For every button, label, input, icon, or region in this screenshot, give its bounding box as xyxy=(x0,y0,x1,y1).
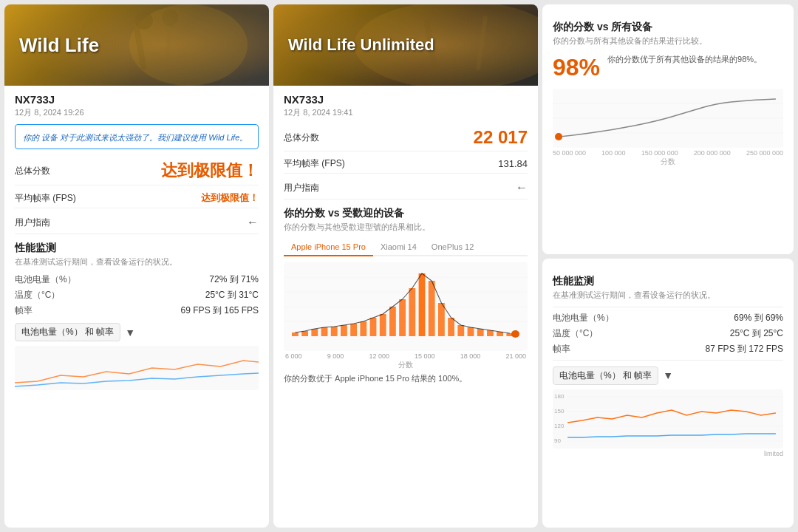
panel3-line-chart xyxy=(553,89,783,148)
panel3-fps-range-row: 帧率 87 FPS 到 172 FPS xyxy=(553,343,783,355)
panel1-fps-label: 平均帧率 (FPS) xyxy=(15,192,76,205)
panel1-dropdown-row[interactable]: 电池电量（%） 和 帧率 ▼ xyxy=(15,323,259,341)
svg-rect-16 xyxy=(331,327,338,336)
panel-wild-life: Wild Life NX733J 12月 8, 2024 19:26 你的 设备… xyxy=(4,4,269,528)
svg-point-39 xyxy=(555,133,562,140)
panel1-fps-row: 平均帧率 (FPS) 达到极限值！ xyxy=(15,188,259,208)
x-250m: 250 000 000 xyxy=(746,149,783,157)
panel2-chart xyxy=(284,262,528,351)
svg-rect-32 xyxy=(487,330,494,336)
panel1-fps-range-row: 帧率 69 FPS 到 165 FPS xyxy=(15,304,259,317)
panel1-perf-title: 性能监测 xyxy=(15,242,259,255)
perf-monitor-card: 性能监测 在基准测试运行期间，查看设备运行的状况。 电池电量（%） 69% 到 … xyxy=(542,259,794,528)
panel2-vs-title: 你的分数 vs 受歡迎的设备 xyxy=(284,207,528,220)
panel1-temp-label: 温度（°C） xyxy=(15,289,60,301)
panel2-total-score-row: 总体分数 22 017 xyxy=(284,124,528,151)
panel1-total-score-label: 总体分数 xyxy=(15,165,50,177)
xlabel-12000: 12 000 xyxy=(369,352,389,360)
svg-rect-25 xyxy=(419,273,426,336)
x-100k: 100 000 xyxy=(601,149,626,157)
panel3-temp-value: 25°C 到 25°C xyxy=(730,327,783,340)
panel3-dropdown-label[interactable]: 电池电量（%） 和 帧率 xyxy=(553,366,658,385)
panel3-fps-range-label: 帧率 xyxy=(553,343,570,355)
panel1-battery-row: 电池电量（%） 72% 到 71% xyxy=(15,273,259,286)
panel1-temp-row: 温度（°C） 25°C 到 31°C xyxy=(15,289,259,301)
panel2-body: NX733J 12月 8, 2024 19:41 总体分数 22 017 平均帧… xyxy=(273,86,538,528)
panel1-info-text: 你的 设备 对于此测试来说太强劲了。我们建议使用 Wild Life。 xyxy=(23,133,248,142)
panel2-fps-row: 平均帧率 (FPS) 131.84 xyxy=(284,154,528,174)
right-panel: 你的分数 vs 所有设备 你的分数与所有其他设备的结果进行比较。 98% 你的分… xyxy=(542,4,794,528)
panel3-battery-value: 69% 到 69% xyxy=(734,312,783,324)
panel3-x-labels: 50 000 000 100 000 150 000 000 200 000 0… xyxy=(553,149,783,157)
panel1-device-name: NX733J xyxy=(15,93,259,106)
panel1-guide-row: 用户指南 ← xyxy=(15,211,259,234)
svg-rect-30 xyxy=(468,327,474,336)
panel1-total-score-row: 总体分数 达到极限值！ xyxy=(15,157,259,185)
panel3-temp-row: 温度（°C） 25°C 到 25°C xyxy=(553,327,783,340)
panel1-device-date: 12月 8, 2024 19:26 xyxy=(15,107,259,118)
svg-rect-12 xyxy=(292,332,299,336)
panel1-hero: Wild Life xyxy=(4,4,269,86)
panel2-vs-sub: 你的分数与其他受歡迎型號的结果相比。 xyxy=(284,222,528,233)
svg-point-4 xyxy=(162,10,178,26)
xlabel-21000: 21 000 xyxy=(505,352,526,360)
panel1-dropdown-label[interactable]: 电池电量（%） 和 帧率 xyxy=(15,323,120,341)
panel2-total-score-label: 总体分数 xyxy=(284,132,319,144)
svg-point-3 xyxy=(135,12,153,30)
svg-rect-31 xyxy=(477,329,484,336)
panel3-x-axis-label: 分数 xyxy=(553,157,783,167)
panel2-compare-text: 你的分数优于 Apple iPhone 15 Pro 结果的 100%。 xyxy=(284,373,528,384)
svg-rect-29 xyxy=(457,325,464,336)
svg-rect-23 xyxy=(399,299,406,336)
svg-rect-24 xyxy=(409,288,415,336)
panel2-share-icon[interactable]: ← xyxy=(516,181,528,194)
x-150m: 150 000 000 xyxy=(641,149,678,157)
svg-rect-14 xyxy=(311,329,318,336)
panel1-dropdown-icon[interactable]: ▼ xyxy=(125,327,135,338)
svg-rect-20 xyxy=(370,318,377,336)
panel3-y-label: limited xyxy=(553,450,783,457)
xlabel-18000: 18 000 xyxy=(460,352,481,360)
svg-rect-13 xyxy=(301,331,308,336)
panel1-fps-range-value: 69 FPS 到 165 FPS xyxy=(181,304,259,317)
panel3-temp-label: 温度（°C） xyxy=(553,327,598,340)
panel1-battery-label: 电池电量（%） xyxy=(15,273,76,286)
panel1-total-score-value: 达到极限值！ xyxy=(161,160,259,182)
svg-rect-22 xyxy=(389,307,396,336)
panel1-temp-value: 25°C 到 31°C xyxy=(205,289,259,301)
score-vs-all-card: 你的分数 vs 所有设备 你的分数与所有其他设备的结果进行比较。 98% 你的分… xyxy=(542,4,794,254)
panel1-hero-title: Wild Life xyxy=(19,34,99,57)
panel1-body: NX733J 12月 8, 2024 19:26 你的 设备 对于此测试来说太强… xyxy=(4,86,269,528)
svg-text:150: 150 xyxy=(554,408,565,415)
svg-rect-27 xyxy=(438,303,445,336)
panel2-fps-label: 平均帧率 (FPS) xyxy=(284,157,345,170)
panel2-fps-value: 131.84 xyxy=(498,158,528,169)
panel1-chart xyxy=(15,346,259,390)
tab-xiaomi14[interactable]: Xiaomi 14 xyxy=(373,239,424,256)
panel3-dropdown-icon[interactable]: ▼ xyxy=(663,369,673,381)
tab-oneplus12[interactable]: OnePlus 12 xyxy=(424,239,481,256)
xlabel-9000: 9 000 xyxy=(327,352,344,360)
panel3-divider1 xyxy=(553,307,783,307)
panel2-guide-row: 用户指南 ← xyxy=(284,177,528,200)
panel1-fps-value: 达到极限值！ xyxy=(201,191,259,205)
svg-text:90: 90 xyxy=(554,437,561,444)
xlabel-15000: 15 000 xyxy=(415,352,435,360)
panel3-divider2 xyxy=(553,360,783,361)
svg-rect-19 xyxy=(360,321,366,336)
panel1-perf-sub: 在基准测试运行期间，查看设备运行的状况。 xyxy=(15,256,259,267)
panel3-perf-sub: 在基准测试运行期间，查看设备运行的状况。 xyxy=(553,290,783,301)
panel3-dropdown-row[interactable]: 电池电量（%） 和 帧率 ▼ xyxy=(553,366,783,385)
svg-rect-15 xyxy=(321,327,328,336)
xlabel-6000: 6 000 xyxy=(285,352,302,360)
panel2-hero: Wild Life Unlimited xyxy=(273,4,538,86)
panel1-battery-value: 72% 到 71% xyxy=(209,273,259,286)
svg-text:180: 180 xyxy=(554,393,565,400)
panel3-fps-range-value: 87 FPS 到 172 FPS xyxy=(706,343,783,355)
panel2-device-name: NX733J xyxy=(284,93,528,106)
panel3-battery-row: 电池电量（%） 69% 到 69% xyxy=(553,312,783,324)
panel3-perf-chart: 180 150 120 90 xyxy=(553,389,783,449)
tab-iphone15pro[interactable]: Apple iPhone 15 Pro xyxy=(284,239,373,256)
panel1-share-icon[interactable]: ← xyxy=(247,216,259,229)
svg-rect-18 xyxy=(350,324,357,336)
